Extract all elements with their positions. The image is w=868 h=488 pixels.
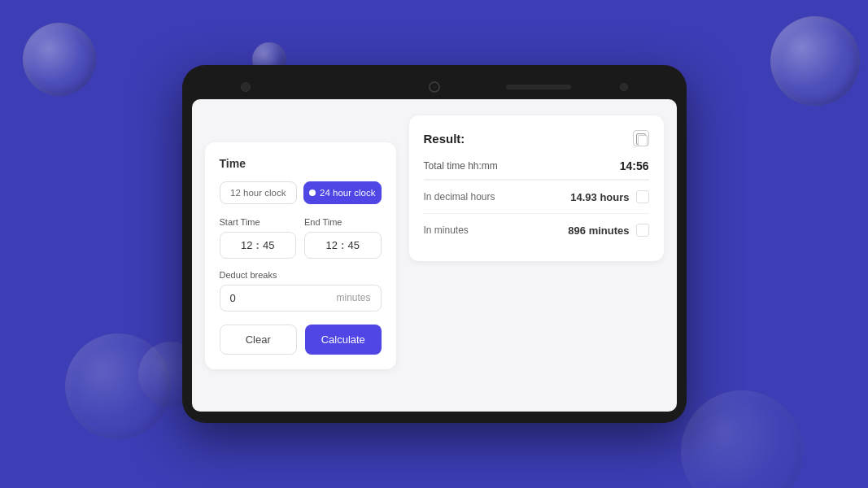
decorative-sphere-3 <box>770 16 860 106</box>
total-time-row: Total time hh:mm 14:56 <box>424 159 649 180</box>
end-time-input[interactable]: 12 : 45 <box>304 232 382 259</box>
tablet-top-bar <box>192 75 677 99</box>
deduct-input-wrap: minutes <box>220 285 382 312</box>
clock-toggle-group: 12 hour clock 24 hour clock <box>220 181 382 204</box>
result-panel: Result: Total time hh:mm 14:56 In decima… <box>409 115 664 261</box>
tablet-speaker <box>506 85 571 89</box>
minutes-value-wrap: 896 minutes <box>568 224 648 237</box>
clear-button[interactable]: Clear <box>220 325 298 355</box>
24-hour-label: 24 hour clock <box>320 188 375 198</box>
result-header: Result: <box>424 130 649 146</box>
decimal-hours-value-wrap: 14.93 hours <box>570 190 648 203</box>
decorative-sphere-6 <box>681 390 803 488</box>
end-minutes: 45 <box>347 239 359 251</box>
copy-minutes-button[interactable] <box>636 224 649 237</box>
result-title: Result: <box>424 132 465 146</box>
tablet-camera-center <box>429 81 440 93</box>
end-time-label: End Time <box>304 217 382 227</box>
copy-all-button[interactable] <box>633 130 649 146</box>
start-separator: : <box>256 239 260 251</box>
end-time-field: End Time 12 : 45 <box>304 217 382 259</box>
tablet-frame: Time 12 hour clock 24 hour clock Start T… <box>182 65 687 423</box>
time-fields: Start Time 12 : 45 End Time 12 : 45 <box>220 217 382 259</box>
copy-decimal-hours-button[interactable] <box>636 190 649 203</box>
time-calculator-panel: Time 12 hour clock 24 hour clock Start T… <box>205 142 396 369</box>
decimal-hours-label: In decimal hours <box>424 191 495 203</box>
minutes-value: 896 minutes <box>568 224 629 237</box>
end-hours: 12 <box>326 239 338 251</box>
decorative-sphere-1 <box>23 23 96 96</box>
24-hour-clock-button[interactable]: 24 hour clock <box>303 181 382 204</box>
panel-title: Time <box>220 157 382 170</box>
total-time-label: Total time hh:mm <box>424 160 498 172</box>
12-hour-clock-button[interactable]: 12 hour clock <box>220 181 298 204</box>
start-minutes: 45 <box>263 239 274 251</box>
toggle-active-dot <box>309 190 316 196</box>
deduct-section: Deduct breaks minutes <box>220 270 382 312</box>
total-time-value: 14:56 <box>620 159 649 172</box>
deduct-unit: minutes <box>336 292 370 303</box>
deduct-input[interactable] <box>230 292 263 304</box>
action-buttons: Clear Calculate <box>220 325 382 355</box>
deduct-label: Deduct breaks <box>220 270 382 280</box>
minutes-label: In minutes <box>424 224 469 236</box>
tablet-camera-left <box>241 82 251 92</box>
start-time-field: Start Time 12 : 45 <box>220 217 297 259</box>
minutes-row: In minutes 896 minutes <box>424 213 649 246</box>
start-hours: 12 <box>241 239 252 251</box>
end-separator: : <box>341 239 344 251</box>
start-time-label: Start Time <box>220 217 297 227</box>
decimal-hours-value: 14.93 hours <box>570 191 629 203</box>
calculate-button[interactable]: Calculate <box>305 325 382 355</box>
decimal-hours-row: In decimal hours 14.93 hours <box>424 180 649 213</box>
tablet-camera-right <box>620 83 628 91</box>
tablet-screen: Time 12 hour clock 24 hour clock Start T… <box>192 99 677 412</box>
start-time-input[interactable]: 12 : 45 <box>220 232 297 259</box>
